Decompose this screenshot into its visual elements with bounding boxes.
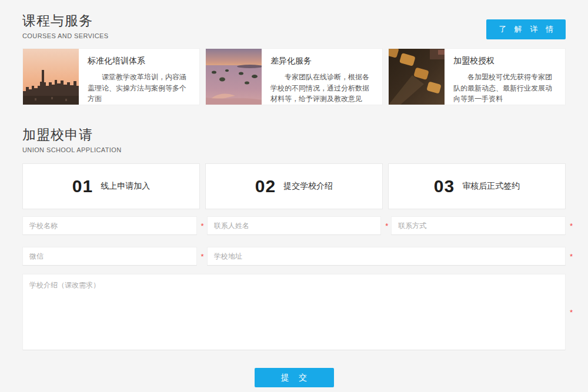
- required-marker: *: [570, 309, 573, 316]
- courses-section-header: 课程与服务 COURSES AND SERVICES 了 解 详 情: [22, 12, 566, 39]
- required-marker: *: [201, 222, 204, 230]
- application-section-title: 加盟校申请: [22, 126, 122, 144]
- contact-phone-input[interactable]: [391, 216, 566, 235]
- application-section-subtitle: UNION SCHOOL APPLICATION: [22, 146, 122, 153]
- step-submit-intro: 02 提交学校介绍: [205, 163, 383, 209]
- service-card-desc: 课堂教学改革培训，内容涵盖理论、实操方法与案例等多个方面: [88, 72, 192, 105]
- city-sunset-image: [23, 49, 79, 105]
- page-container: 课程与服务 COURSES AND SERVICES 了 解 详 情: [22, 0, 566, 387]
- service-card-body: 加盟校授权 各加盟校可优先获得专家团队的最新动态、最新行业发展动向等第一手资料: [445, 49, 565, 105]
- school-name-input[interactable]: [22, 216, 197, 235]
- submit-button[interactable]: 提 交: [255, 368, 334, 387]
- service-card-authorization: 加盟校授权 各加盟校可优先获得专家团队的最新动态、最新行业发展动向等第一手资料: [388, 48, 566, 105]
- step-label: 线上申请加入: [101, 181, 150, 192]
- courses-section-subtitle: COURSES AND SERVICES: [22, 32, 109, 39]
- field-school-address: *: [207, 247, 566, 266]
- field-school-name: *: [22, 216, 197, 235]
- contact-name-input[interactable]: [207, 216, 382, 235]
- form-fields-grid: * * * * *: [22, 216, 566, 266]
- step-number: 01: [72, 176, 93, 196]
- required-marker: *: [570, 253, 573, 260]
- step-sign-contract: 03 审核后正式签约: [388, 163, 566, 209]
- field-wechat: *: [22, 247, 197, 266]
- service-card-title: 标准化培训体系: [88, 56, 192, 66]
- service-card-body: 差异化服务 专家团队在线诊断，根据各学校的不同情况，通过分析数据材料等，给予评测…: [262, 49, 382, 105]
- field-contact-phone: *: [391, 216, 566, 235]
- step-number: 03: [434, 176, 455, 196]
- film-strip-image: [389, 49, 445, 105]
- field-school-intro: *: [22, 274, 566, 350]
- school-address-input[interactable]: [207, 247, 566, 266]
- required-marker: *: [385, 222, 388, 230]
- service-card-training: 标准化培训体系 课堂教学改革培训，内容涵盖理论、实操方法与案例等多个方面: [22, 48, 200, 105]
- service-card-title: 加盟校授权: [453, 56, 558, 66]
- service-card-differentiated: 差异化服务 专家团队在线诊断，根据各学校的不同情况，通过分析数据材料等，给予评测…: [205, 48, 383, 105]
- application-section-header: 加盟校申请 UNION SCHOOL APPLICATION: [22, 126, 566, 153]
- learn-more-button[interactable]: 了 解 详 情: [486, 19, 566, 39]
- step-label: 提交学校介绍: [283, 181, 333, 192]
- courses-title-block: 课程与服务 COURSES AND SERVICES: [22, 12, 109, 39]
- desert-dusk-image: [206, 49, 262, 105]
- school-intro-textarea[interactable]: [22, 274, 566, 350]
- service-card-desc: 各加盟校可优先获得专家团队的最新动态、最新行业发展动向等第一手资料: [453, 72, 558, 105]
- courses-section-title: 课程与服务: [22, 12, 109, 30]
- service-card-desc: 专家团队在线诊断，根据各学校的不同情况，通过分析数据材料等，给予评测及教改意见: [270, 72, 375, 105]
- application-steps-row: 01 线上申请加入 02 提交学校介绍 03 审核后正式签约: [22, 163, 566, 209]
- application-title-block: 加盟校申请 UNION SCHOOL APPLICATION: [22, 126, 122, 153]
- service-card-title: 差异化服务: [270, 56, 375, 66]
- field-contact-name: *: [207, 216, 382, 235]
- required-marker: *: [570, 222, 573, 230]
- step-label: 审核后正式签约: [462, 181, 520, 192]
- required-marker: *: [201, 253, 204, 260]
- service-card-body: 标准化培训体系 课堂教学改革培训，内容涵盖理论、实操方法与案例等多个方面: [79, 49, 199, 105]
- wechat-input[interactable]: [22, 247, 197, 266]
- step-number: 02: [255, 176, 276, 196]
- service-cards-row: 标准化培训体系 课堂教学改革培训，内容涵盖理论、实操方法与案例等多个方面: [22, 48, 566, 105]
- step-apply-online: 01 线上申请加入: [22, 163, 200, 209]
- application-form: * * * * * * 提 交: [22, 216, 566, 387]
